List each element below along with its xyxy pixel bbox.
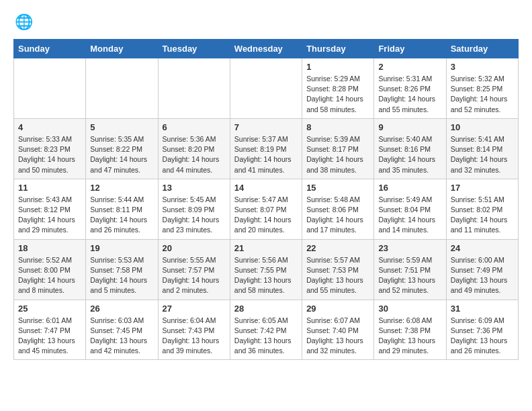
calendar-cell: 9Sunrise: 5:40 AM Sunset: 8:16 PM Daylig… [374,118,446,179]
day-info: Sunrise: 6:05 AM Sunset: 7:42 PM Dayligh… [234,316,298,357]
calendar-cell: 11Sunrise: 5:43 AM Sunset: 8:12 PM Dayli… [14,179,86,239]
calendar-header: SundayMondayTuesdayWednesdayThursdayFrid… [14,40,519,58]
day-number: 26 [90,304,153,314]
day-number: 15 [306,183,369,193]
day-info: Sunrise: 5:32 AM Sunset: 8:25 PM Dayligh… [451,74,514,115]
day-number: 5 [90,122,153,132]
day-number: 6 [163,122,226,132]
weekday-header: Tuesday [158,40,230,58]
calendar-cell: 25Sunrise: 6:01 AM Sunset: 7:47 PM Dayli… [14,300,86,360]
day-info: Sunrise: 5:40 AM Sunset: 8:16 PM Dayligh… [378,134,441,175]
day-number: 11 [18,183,81,193]
day-number: 9 [378,122,441,132]
day-number: 29 [306,304,369,314]
day-number: 20 [163,243,226,253]
day-number: 21 [234,243,298,253]
calendar-cell: 18Sunrise: 5:52 AM Sunset: 8:00 PM Dayli… [14,239,86,300]
calendar-cell: 26Sunrise: 6:03 AM Sunset: 7:45 PM Dayli… [86,300,158,360]
day-info: Sunrise: 5:43 AM Sunset: 8:12 PM Dayligh… [18,195,81,236]
calendar-cell: 21Sunrise: 5:56 AM Sunset: 7:55 PM Dayli… [230,239,302,300]
day-number: 1 [306,62,369,72]
weekday-header: Friday [374,40,446,58]
day-info: Sunrise: 5:29 AM Sunset: 8:28 PM Dayligh… [306,74,369,115]
calendar-cell: 2Sunrise: 5:31 AM Sunset: 8:26 PM Daylig… [374,58,446,119]
calendar-cell: 30Sunrise: 6:08 AM Sunset: 7:38 PM Dayli… [374,300,446,360]
day-info: Sunrise: 6:09 AM Sunset: 7:36 PM Dayligh… [451,316,514,357]
calendar-cell: 23Sunrise: 5:59 AM Sunset: 7:51 PM Dayli… [374,239,446,300]
day-number: 12 [90,183,153,193]
day-info: Sunrise: 5:44 AM Sunset: 8:11 PM Dayligh… [90,195,153,236]
day-info: Sunrise: 5:31 AM Sunset: 8:26 PM Dayligh… [378,74,441,115]
weekday-header: Thursday [302,40,374,58]
day-info: Sunrise: 6:08 AM Sunset: 7:38 PM Dayligh… [378,316,441,357]
weekday-row: SundayMondayTuesdayWednesdayThursdayFrid… [14,40,519,58]
day-number: 22 [306,243,369,253]
weekday-header: Sunday [14,40,86,58]
page-header: 🌐 [13,13,519,32]
day-info: Sunrise: 5:59 AM Sunset: 7:51 PM Dayligh… [378,255,441,296]
day-number: 4 [18,122,81,132]
day-number: 8 [306,122,369,132]
day-number: 14 [234,183,298,193]
day-info: Sunrise: 5:49 AM Sunset: 8:04 PM Dayligh… [378,195,441,236]
weekday-header: Wednesday [230,40,302,58]
calendar-week-row: 18Sunrise: 5:52 AM Sunset: 8:00 PM Dayli… [14,239,519,300]
day-number: 2 [378,62,441,72]
svg-text:🌐: 🌐 [15,13,32,31]
logo-icon: 🌐 [13,13,32,32]
calendar-table: SundayMondayTuesdayWednesdayThursdayFrid… [13,39,519,360]
calendar-body: 1Sunrise: 5:29 AM Sunset: 8:28 PM Daylig… [14,58,519,360]
day-number: 7 [234,122,298,132]
calendar-cell [158,58,230,119]
calendar-cell: 13Sunrise: 5:45 AM Sunset: 8:09 PM Dayli… [158,179,230,239]
day-info: Sunrise: 5:53 AM Sunset: 7:58 PM Dayligh… [90,255,153,296]
day-info: Sunrise: 5:39 AM Sunset: 8:17 PM Dayligh… [306,134,369,175]
day-number: 13 [163,183,226,193]
day-number: 18 [18,243,81,253]
calendar-cell: 19Sunrise: 5:53 AM Sunset: 7:58 PM Dayli… [86,239,158,300]
day-number: 28 [234,304,298,314]
calendar-cell: 10Sunrise: 5:41 AM Sunset: 8:14 PM Dayli… [446,118,518,179]
calendar-cell [230,58,302,119]
calendar-week-row: 1Sunrise: 5:29 AM Sunset: 8:28 PM Daylig… [14,58,519,119]
day-info: Sunrise: 6:07 AM Sunset: 7:40 PM Dayligh… [306,316,369,357]
day-number: 30 [378,304,441,314]
calendar-cell: 7Sunrise: 5:37 AM Sunset: 8:19 PM Daylig… [230,118,302,179]
calendar-cell: 16Sunrise: 5:49 AM Sunset: 8:04 PM Dayli… [374,179,446,239]
calendar-week-row: 11Sunrise: 5:43 AM Sunset: 8:12 PM Dayli… [14,179,519,239]
calendar-week-row: 4Sunrise: 5:33 AM Sunset: 8:23 PM Daylig… [14,118,519,179]
calendar-cell: 24Sunrise: 6:00 AM Sunset: 7:49 PM Dayli… [446,239,518,300]
day-info: Sunrise: 6:00 AM Sunset: 7:49 PM Dayligh… [451,255,514,296]
day-info: Sunrise: 5:48 AM Sunset: 8:06 PM Dayligh… [306,195,369,236]
day-number: 25 [18,304,81,314]
day-info: Sunrise: 6:03 AM Sunset: 7:45 PM Dayligh… [90,316,153,357]
calendar-cell [14,58,86,119]
calendar-cell: 4Sunrise: 5:33 AM Sunset: 8:23 PM Daylig… [14,118,86,179]
day-number: 10 [451,122,514,132]
calendar-cell: 31Sunrise: 6:09 AM Sunset: 7:36 PM Dayli… [446,300,518,360]
calendar-cell: 28Sunrise: 6:05 AM Sunset: 7:42 PM Dayli… [230,300,302,360]
calendar-cell: 15Sunrise: 5:48 AM Sunset: 8:06 PM Dayli… [302,179,374,239]
calendar-week-row: 25Sunrise: 6:01 AM Sunset: 7:47 PM Dayli… [14,300,519,360]
day-info: Sunrise: 5:45 AM Sunset: 8:09 PM Dayligh… [163,195,226,236]
day-number: 19 [90,243,153,253]
day-number: 24 [451,243,514,253]
calendar-cell: 5Sunrise: 5:35 AM Sunset: 8:22 PM Daylig… [86,118,158,179]
day-info: Sunrise: 6:04 AM Sunset: 7:43 PM Dayligh… [163,316,226,357]
day-number: 3 [451,62,514,72]
day-info: Sunrise: 5:55 AM Sunset: 7:57 PM Dayligh… [163,255,226,296]
day-number: 31 [451,304,514,314]
day-number: 23 [378,243,441,253]
calendar-cell: 8Sunrise: 5:39 AM Sunset: 8:17 PM Daylig… [302,118,374,179]
calendar-cell: 17Sunrise: 5:51 AM Sunset: 8:02 PM Dayli… [446,179,518,239]
calendar-cell: 22Sunrise: 5:57 AM Sunset: 7:53 PM Dayli… [302,239,374,300]
calendar-cell: 3Sunrise: 5:32 AM Sunset: 8:25 PM Daylig… [446,58,518,119]
weekday-header: Monday [86,40,158,58]
day-info: Sunrise: 5:41 AM Sunset: 8:14 PM Dayligh… [451,134,514,175]
day-info: Sunrise: 5:47 AM Sunset: 8:07 PM Dayligh… [234,195,298,236]
calendar-cell: 6Sunrise: 5:36 AM Sunset: 8:20 PM Daylig… [158,118,230,179]
calendar-cell [86,58,158,119]
day-info: Sunrise: 6:01 AM Sunset: 7:47 PM Dayligh… [18,316,81,357]
day-info: Sunrise: 5:37 AM Sunset: 8:19 PM Dayligh… [234,134,298,175]
day-info: Sunrise: 5:36 AM Sunset: 8:20 PM Dayligh… [163,134,226,175]
